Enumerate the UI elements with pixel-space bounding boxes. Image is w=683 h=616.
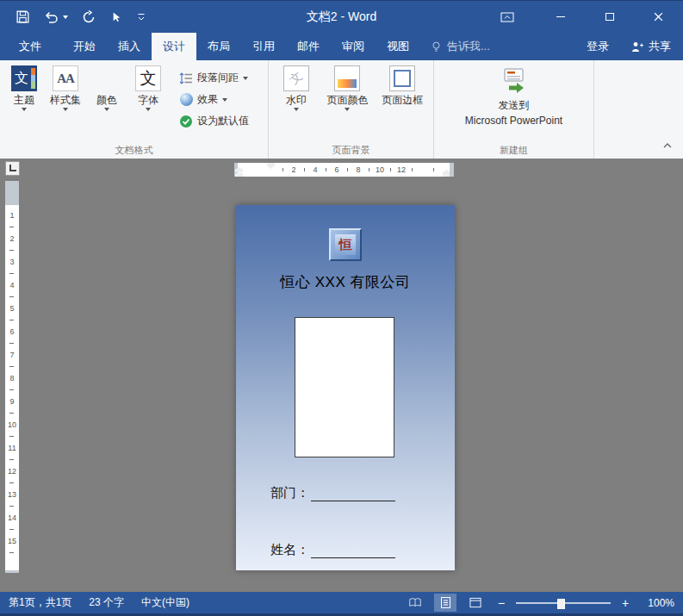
cursor-icon [109,10,122,24]
zoom-slider-thumb[interactable] [557,599,565,609]
document-page[interactable]: 恒 恒心 XXX 有限公司 部门： 姓名： [236,205,455,570]
horizontal-ruler[interactable]: 2 4 6 8 10 12 [234,163,454,177]
undo-button[interactable] [39,8,73,27]
tell-me-button[interactable]: 告诉我... [420,33,500,60]
effects-label: 效果 [197,92,218,107]
group-custom: 发送到 Microsoft PowerPoint 新建组 [434,60,594,159]
dropdown-caret [146,108,151,111]
tab-view[interactable]: 视图 [376,33,420,60]
tab-references[interactable]: 引用 [241,33,286,60]
vertical-ruler[interactable]: 1 2 3 4 5 6 7 8 9 10 11 12 13 14 15 [5,181,19,573]
group-label-doc-format: 文档格式 [0,144,268,157]
ribbon-display-options-icon [500,11,514,23]
page-borders-button[interactable]: 页面边框 [376,64,429,108]
language-status[interactable]: 中文(中国) [141,595,189,610]
watermark-icon: 文 [283,65,309,91]
word-window: 文档2 - Word 文件 开始 插入 设计 布局 引用 邮件 审阅 视图 告诉… [0,0,683,616]
web-layout-button[interactable] [464,594,487,612]
fonts-button[interactable]: 文 字体 [127,64,169,113]
person-icon [631,41,643,53]
ruler-number: 11 [5,444,19,452]
read-mode-icon [409,597,421,608]
ruler-number: 8 [356,165,360,174]
send-to-powerpoint-button[interactable]: 发送到 Microsoft PowerPoint [440,64,588,128]
style-set-button[interactable]: AA 样式集 [45,64,86,113]
window-controls [489,1,683,33]
repeat-button[interactable] [77,8,101,27]
left-indent-marker[interactable] [235,167,243,177]
zoom-slider[interactable] [516,598,611,608]
save-icon [16,9,30,24]
page-color-button[interactable]: 页面颜色 [320,64,374,113]
set-default-button[interactable]: 设为默认值 [176,112,252,130]
ribbon-display-options-button[interactable] [489,1,525,33]
ruler-number: 1 [5,211,19,220]
tab-file[interactable]: 文件 [5,33,55,60]
group-doc-format: 文 主题 AA 样式集 颜色 文 字体 [0,60,269,159]
department-label: 部门： [270,485,309,501]
name-blank-line [311,543,395,558]
department-row[interactable]: 部门： [270,485,395,501]
dropdown-caret [222,98,227,102]
name-row[interactable]: 姓名： [270,542,395,558]
paragraph-spacing-button[interactable]: 段落间距 [176,69,251,87]
tab-insert[interactable]: 插入 [107,33,152,60]
department-blank-line [311,486,395,501]
zoom-out-button[interactable]: − [494,596,508,610]
tab-review[interactable]: 审阅 [331,33,376,60]
read-mode-button[interactable] [404,594,426,612]
ruler-number: 3 [5,258,19,266]
tab-design[interactable]: 设计 [152,33,196,60]
dropdown-caret [345,108,350,111]
ruler-number: 12 [5,467,19,476]
ruler-number: 6 [334,165,338,174]
first-line-indent-marker[interactable] [267,163,275,169]
watermark-button[interactable]: 文 水印 [273,64,320,113]
minimize-button[interactable] [536,1,585,33]
ruler-number: 13 [5,490,19,499]
tell-me-label: 告诉我... [447,39,490,54]
close-button[interactable] [634,1,683,33]
maximize-button[interactable] [585,1,634,33]
effects-button[interactable]: 效果 [176,90,231,109]
fonts-label: 字体 [138,95,158,106]
photo-placeholder[interactable] [295,317,394,457]
ruler-number: 12 [397,165,406,174]
print-layout-button[interactable] [434,594,456,612]
ruler-number: 14 [5,513,19,522]
paragraph-spacing-icon [179,72,193,85]
ruler-number: 6 [5,327,19,336]
ribbon: 文 主题 AA 样式集 颜色 文 字体 [0,60,683,159]
minimize-icon [556,16,565,17]
collapse-ribbon-button[interactable] [661,137,674,153]
send-to-powerpoint-label-2: Microsoft PowerPoint [465,115,562,127]
tab-mailings[interactable]: 邮件 [286,33,331,60]
zoom-level[interactable]: 100% [640,597,674,609]
zoom-in-button[interactable]: + [618,596,632,610]
touch-mouse-mode-button[interactable] [104,8,127,27]
page-color-icon [334,65,360,91]
dropdown-caret [104,108,109,111]
customize-qat-button[interactable] [131,9,152,25]
ruler-number: 7 [5,351,19,359]
company-name[interactable]: 恒心 XXX 有限公司 [236,272,455,292]
tab-home[interactable]: 开始 [62,33,107,60]
ruler-number: 2 [5,234,19,243]
word-count[interactable]: 23 个字 [89,595,124,610]
group-label-custom: 新建组 [434,144,593,157]
save-button[interactable] [10,7,35,27]
ruler-number: 5 [5,304,19,313]
sign-in-button[interactable]: 登录 [576,33,619,60]
share-button[interactable]: 共享 [619,33,683,60]
ribbon-tab-bar: 文件 开始 插入 设计 布局 引用 邮件 审阅 视图 告诉我... 登录 共享 [0,33,683,60]
colors-label: 颜色 [96,95,117,106]
right-indent-marker[interactable] [443,170,450,177]
colors-button[interactable]: 颜色 [86,64,127,113]
title-bar: 文档2 - Word [0,0,683,33]
company-logo[interactable]: 恒 [329,228,362,261]
dropdown-caret [22,108,27,111]
tab-stop-selector[interactable] [5,161,20,176]
tab-layout[interactable]: 布局 [196,33,241,60]
page-info[interactable]: 第1页，共1页 [9,595,71,610]
themes-button[interactable]: 文 主题 [3,64,45,113]
